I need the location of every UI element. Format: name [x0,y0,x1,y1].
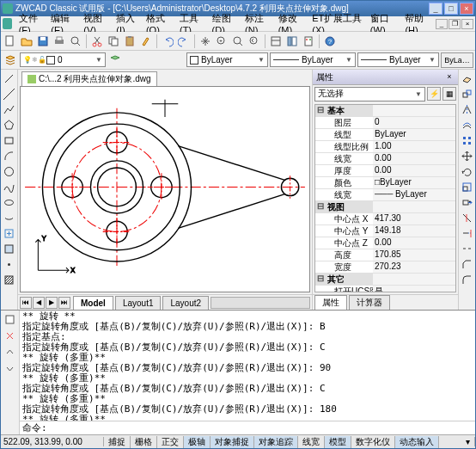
lineweight-combo[interactable]: ByLayer ▼ [357,52,439,67]
point-icon[interactable] [2,257,16,272]
layer-prev-icon[interactable] [107,52,123,68]
prop-row[interactable]: 厚度0.00 [315,165,455,177]
prop-row[interactable]: 中心点 X417.30 [315,213,455,225]
prop-row[interactable]: 颜色□ByLayer [315,177,455,189]
bylayer-button[interactable]: ByLa… [441,52,473,68]
layer-combo[interactable]: 💡❄🔓 0 ▼ [20,52,106,67]
zoom-prev-icon[interactable] [247,34,262,49]
prop-row[interactable]: 中心点 Y149.18 [315,225,455,237]
mdi-minimize[interactable]: _ [436,19,448,29]
cmd-hide-icon[interactable] [3,361,17,376]
prop-row[interactable]: 宽度270.23 [315,261,455,274]
block-icon[interactable] [2,242,16,256]
prop-row[interactable]: 中心点 Z0.00 [315,237,455,249]
move-icon[interactable] [460,149,474,163]
prop-row[interactable]: 高度170.85 [315,249,455,261]
status-polar[interactable]: 极轴 [184,436,211,448]
pan-icon[interactable] [198,34,213,49]
status-ortho[interactable]: 正交 [157,436,184,448]
open-icon[interactable] [19,34,34,49]
status-grid[interactable]: 栅格 [131,436,157,448]
status-snap[interactable]: 捕捉 [104,436,131,448]
prop-group-基本[interactable]: ⊟基本 [315,105,455,117]
hscroll[interactable] [211,297,310,309]
status-osnap[interactable]: 对象捕捉 [211,436,254,448]
color-combo[interactable]: ByLayer ▼ [186,52,268,67]
maximize-button[interactable]: □ [444,3,458,15]
circle-icon[interactable] [2,164,16,179]
copy-obj-icon[interactable] [460,87,474,101]
save-icon[interactable] [35,34,51,49]
properties-close-icon[interactable]: × [444,72,455,83]
polygon-icon[interactable] [2,118,16,132]
app-menu-icon[interactable] [3,18,12,29]
insert-icon[interactable] [2,226,16,241]
rotate-icon[interactable] [460,164,474,179]
copy-icon[interactable] [106,34,121,49]
tab-properties[interactable]: 属性 [314,295,347,311]
toolpalette-icon[interactable] [301,34,316,49]
zoom-realtime-icon[interactable]: + [214,34,229,49]
line-icon[interactable] [2,71,16,86]
prop-row[interactable]: 线型比例1.00 [315,141,455,153]
extend-icon[interactable] [460,226,474,241]
prop-group-视图[interactable]: ⊟视图 [315,201,455,213]
preview-icon[interactable] [68,34,83,49]
xline-icon[interactable] [2,87,16,101]
cmd-clean-icon[interactable] [3,329,17,343]
rect-icon[interactable] [2,133,16,148]
prop-group-其它[interactable]: ⊟其它 [315,274,455,286]
properties-icon[interactable] [268,34,284,49]
designcenter-icon[interactable] [284,34,300,49]
status-dyn[interactable]: 动态输入 [395,436,439,448]
help-icon[interactable]: ? [322,34,338,49]
status-lwt[interactable]: 线宽 [298,436,325,448]
close-button[interactable]: × [460,3,473,15]
status-tray-icon[interactable]: ▾ [461,437,475,446]
status-tablet[interactable]: 数字化仪 [351,436,395,448]
stretch-icon[interactable] [460,195,474,210]
mdi-close[interactable]: × [461,19,473,29]
tab-prev-icon[interactable]: ◀ [33,297,45,309]
prop-row[interactable]: 打开UCS图标是 [315,286,455,292]
spline-icon[interactable] [2,180,16,194]
layer-manager-icon[interactable] [3,52,18,68]
paste-icon[interactable] [122,34,137,49]
prop-row[interactable]: 图层0 [315,117,455,129]
ellipse-icon[interactable] [2,195,16,210]
cmd-up-icon[interactable] [3,345,17,360]
chamfer-icon[interactable] [460,257,474,272]
trim-icon[interactable] [460,211,474,225]
redo-icon[interactable] [176,34,192,49]
cut-icon[interactable] [89,34,105,49]
tab-next-icon[interactable]: ▶ [46,297,58,309]
prop-row[interactable]: 线宽0.00 [315,153,455,165]
tab-last-icon[interactable]: ⏭ [58,297,70,309]
print-icon[interactable] [52,34,67,49]
select-objects-icon[interactable]: ▦ [442,87,456,101]
tab-calculator[interactable]: 计算器 [349,295,390,311]
fillet-icon[interactable] [460,273,474,287]
status-otrack[interactable]: 对象追踪 [254,436,298,448]
tab-layout2[interactable]: Layout2 [162,296,209,310]
status-model[interactable]: 模型 [325,436,351,448]
drawing-canvas[interactable]: Y X [20,86,310,292]
mirror-icon[interactable] [460,102,474,117]
command-input[interactable]: 命令: [20,421,475,434]
properties-titlebar[interactable]: 属性 × [313,70,458,85]
undo-icon[interactable] [160,34,175,49]
arc-icon[interactable] [2,149,16,163]
hatch-icon[interactable] [2,273,16,287]
selection-combo[interactable]: 无选择 ▼ [314,87,425,101]
zoom-window-icon[interactable] [230,34,246,49]
scale-icon[interactable] [460,180,474,194]
tab-model[interactable]: Model [73,296,113,310]
status-coord[interactable]: 522.09, 313.99, 0.00 [1,437,104,446]
erase-icon[interactable] [460,71,474,86]
prop-row[interactable]: 线型ByLayer [315,129,455,141]
mdi-restore[interactable]: ❐ [449,19,461,29]
tab-first-icon[interactable]: ⏮ [20,297,32,309]
array-icon[interactable] [460,133,474,148]
offset-icon[interactable] [460,118,474,132]
match-icon[interactable] [138,34,154,49]
